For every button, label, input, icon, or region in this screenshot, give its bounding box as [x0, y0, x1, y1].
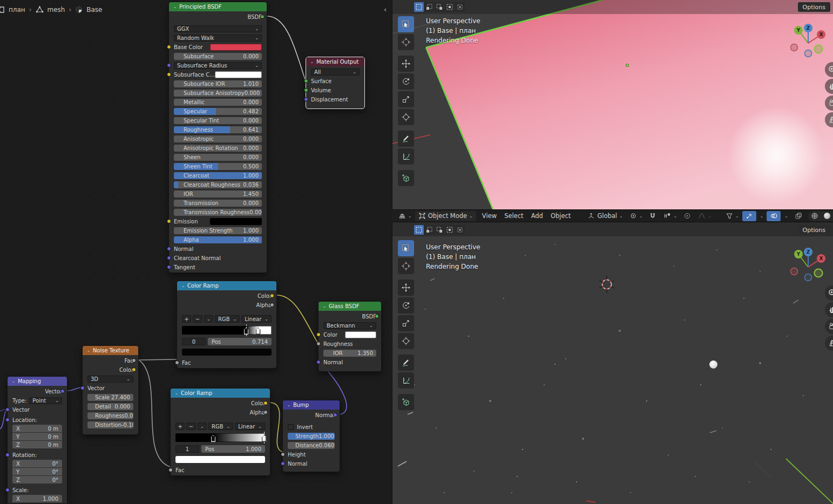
snap-target-dropdown[interactable]	[660, 211, 680, 221]
collapse-chevron-icon[interactable]: ⌄	[310, 60, 314, 64]
stop-pos-slider[interactable]: Pos0.714	[208, 338, 272, 345]
slider-distortion[interactable]: Distortion-0.100	[87, 421, 133, 428]
node-header[interactable]: ⌄Glass BSDF	[319, 302, 381, 311]
select-mode-subtract[interactable]	[435, 2, 444, 12]
ramp-stop-black[interactable]	[243, 328, 248, 335]
type-dropdown[interactable]: Point	[29, 397, 62, 404]
options-button[interactable]: Options	[798, 225, 830, 235]
socket-surface[interactable]	[304, 79, 308, 83]
socket-normal[interactable]	[167, 247, 171, 251]
socket-rotation[interactable]	[5, 453, 10, 457]
node-header[interactable]: ⌄Mapping	[8, 377, 67, 386]
node-bump[interactable]: ⌄Bump Normal Invert Strength1.000 Distan…	[282, 400, 340, 472]
viewport-rendered[interactable]: Options User Perspective (1) Base | план…	[392, 0, 833, 209]
slider-transmission-roughness[interactable]: Transmission Roughness0.000	[174, 209, 262, 216]
select-mode-set[interactable]	[414, 2, 424, 12]
emission-swatch[interactable]	[210, 218, 262, 225]
camera-view-icon[interactable]	[825, 319, 833, 334]
shading-solid-button[interactable]	[821, 212, 833, 221]
options-button[interactable]: Options	[798, 2, 830, 12]
collapse-chevron-icon[interactable]: ⌄	[323, 304, 326, 309]
stop-pos-slider[interactable]: Pos1.000	[201, 445, 265, 453]
axis-y-neg-ball[interactable]	[815, 269, 823, 277]
socket-normal[interactable]	[316, 360, 321, 364]
distribution-dropdown[interactable]: GGX	[174, 25, 262, 32]
socket-color-out[interactable]	[132, 367, 136, 372]
slider-sheen[interactable]: Sheen0.000	[174, 154, 262, 161]
socket-alpha-out[interactable]	[263, 410, 268, 414]
node-color-ramp-1[interactable]: ⌄Color Ramp Color Alpha + − RGB Linear 0…	[177, 281, 277, 369]
node-glass-bsdf[interactable]: ⌄Glass BSDF BSDF Beckmann Color Roughnes…	[318, 301, 382, 372]
select-mode-invert[interactable]	[445, 2, 455, 12]
gizmos-toggle[interactable]	[742, 211, 756, 221]
slider-subsurface-ior[interactable]: Subsurface IOR1.010	[174, 80, 262, 87]
node-material-output[interactable]: ⌄Material Output All Surface Volume Disp…	[306, 57, 365, 109]
axis-x-neg-ball[interactable]	[791, 44, 798, 51]
add-cube-tool[interactable]	[398, 394, 414, 410]
slider-emission-strength[interactable]: Emission Strength1.000	[174, 227, 262, 234]
slider-metallic[interactable]: Metallic0.000	[174, 99, 262, 106]
collapse-chevron-icon[interactable]: ⌄	[173, 5, 177, 9]
select-box-tool[interactable]	[398, 16, 414, 32]
pan-hand-icon[interactable]	[825, 302, 833, 317]
slider-clearcoat-roughness[interactable]: Clearcoat Roughness0.036	[174, 181, 262, 188]
menu-add[interactable]: Add	[527, 212, 547, 220]
slider-clearcoat[interactable]: Clearcoat1.000	[174, 172, 262, 179]
slider-anisotropic-rotation[interactable]: Anisotropic Rotation0.000	[174, 145, 262, 152]
collapse-chevron-icon[interactable]: ⌄	[12, 379, 15, 384]
gizmos-dropdown[interactable]	[757, 211, 767, 221]
add-stop-button[interactable]: +	[175, 423, 185, 430]
transform-tool[interactable]	[398, 109, 414, 125]
sphere-object[interactable]	[709, 360, 717, 369]
socket-color-out[interactable]	[270, 294, 274, 298]
gradient-bar[interactable]	[182, 326, 272, 335]
select-mode-extend[interactable]	[424, 225, 434, 235]
location-z-field[interactable]: Z0 m	[12, 441, 62, 448]
socket-vector-in[interactable]	[5, 407, 10, 412]
slider-distance[interactable]: Distance0.060	[288, 442, 335, 449]
socket-color[interactable]	[316, 332, 321, 337]
overlays-toggle[interactable]	[767, 211, 781, 221]
collapse-chevron-icon[interactable]: ⌄	[175, 391, 178, 396]
socket-clearcoat-normal[interactable]	[167, 256, 171, 260]
axis-z-neg-ball[interactable]	[805, 274, 812, 281]
subsurface-color-swatch[interactable]	[215, 71, 262, 78]
annotate-tool[interactable]	[398, 131, 414, 147]
pivot-point-dropdown[interactable]	[626, 211, 646, 221]
gradient-bar[interactable]	[175, 433, 265, 442]
annotate-tool[interactable]	[398, 355, 414, 371]
socket-roughness[interactable]	[316, 342, 321, 346]
slider-subsurface-anisotropy[interactable]: Subsurface Anisotropy0.000	[174, 90, 262, 97]
select-mode-extend[interactable]	[424, 2, 434, 12]
remove-stop-button[interactable]: −	[193, 315, 202, 323]
socket-subsurface-radius[interactable]	[167, 63, 171, 67]
socket-normal-out[interactable]	[333, 413, 337, 417]
socket-bsdf-out[interactable]	[260, 15, 265, 19]
scale-tool[interactable]	[398, 315, 414, 331]
ramp-stop-white[interactable]	[262, 435, 267, 442]
measure-tool[interactable]	[398, 372, 414, 389]
camera-view-icon[interactable]	[825, 96, 833, 111]
node-header[interactable]: ⌄Noise Texture	[83, 346, 138, 355]
select-mode-set[interactable]	[414, 225, 424, 235]
color-mode-dropdown[interactable]: RGB	[208, 423, 233, 430]
select-mode-invert[interactable]	[445, 225, 455, 235]
axis-z-neg-ball[interactable]	[805, 50, 812, 57]
slider-specular-tint[interactable]: Specular Tint0.000	[174, 117, 262, 124]
transform-tool[interactable]	[398, 333, 414, 349]
slider-detail[interactable]: Detail0.000	[87, 403, 133, 410]
socket-scale[interactable]	[5, 488, 10, 492]
menu-view[interactable]: View	[478, 212, 500, 220]
collapse-chevron-icon[interactable]: ⌄	[87, 349, 90, 353]
output-target-dropdown[interactable]: All	[311, 69, 360, 76]
orthographic-grid-icon[interactable]	[825, 336, 833, 351]
ramp-stop-white[interactable]	[256, 328, 261, 335]
node-header[interactable]: ⌄Principled BSDF	[169, 2, 267, 11]
socket-vector-out[interactable]	[60, 389, 65, 393]
socket-volume[interactable]	[304, 88, 308, 92]
zoom-icon[interactable]	[825, 62, 833, 77]
stop-index-field[interactable]: 0	[182, 338, 206, 345]
node-header[interactable]: ⌄Color Ramp	[171, 389, 270, 398]
orthographic-grid-icon[interactable]	[825, 112, 833, 127]
transform-orientation-dropdown[interactable]: Global	[584, 211, 626, 221]
